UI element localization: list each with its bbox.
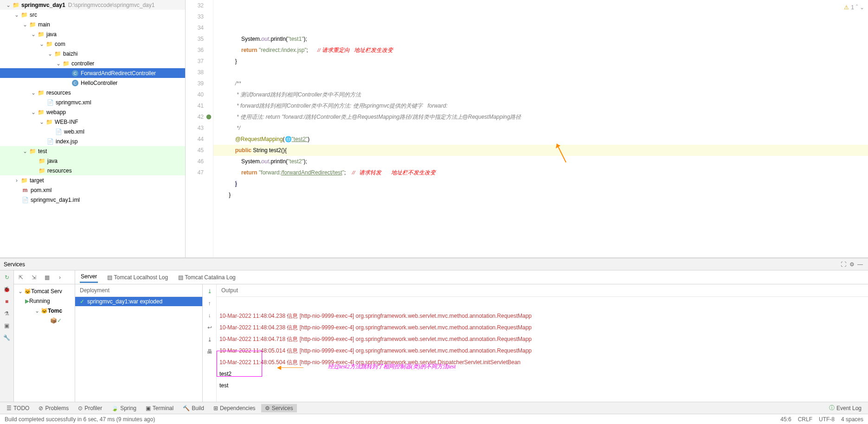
chevron-down-icon[interactable]: ⌄ [21,21,29,28]
svg-point-0 [206,115,212,120]
tree-label: java [46,31,57,38]
tool-spring[interactable]: 🍃 Spring [108,404,140,412]
tree-label: springmvc_day1.iml [31,197,80,203]
tree-springxml[interactable]: 📄 springmvc.xml [0,97,185,107]
project-tree[interactable]: ⌄ 📁 springmvc_day1 D:\springmvccode\spri… [0,0,186,257]
expand-all-icon[interactable]: ⇱ [17,273,25,282]
folder-icon: 📁 [12,1,19,9]
line-number: 46 [186,156,204,167]
chevron-down-icon[interactable]: ⌄ [46,51,54,57]
tree-webxml[interactable]: 📄 web.xml [0,127,185,136]
tree-webinf[interactable]: ⌄ 📁 WEB-INF [0,117,185,127]
tree-controller[interactable]: ⌄ 📁 controller [0,58,185,68]
chevron-down-icon[interactable]: ⌄ [5,2,12,8]
line-number: 36 [186,45,204,56]
tree-file-forward[interactable]: C ForwardAndRedirectController [0,68,185,78]
line-separator[interactable]: CRLF [798,416,812,423]
grid-icon[interactable]: ▦ [43,273,51,282]
filter-icon[interactable]: ⚗ [3,309,11,318]
stop-icon[interactable]: ■ [3,297,11,306]
tree-testres[interactable]: 📁 resources [0,166,185,175]
code-content[interactable]: ⚠ 1 ˆ ⌄ System.out.println("test1"); ret… [213,0,868,257]
tool-todo[interactable]: ☰ TODO [3,404,33,412]
check-icon: ✓ [80,298,84,305]
xml-icon: 📄 [46,99,54,106]
deployment-item[interactable]: ✓ springmvc_day1:war exploded [75,297,202,306]
tree-label: Running [29,298,50,304]
chevron-down-icon[interactable]: ⌄ [13,12,20,18]
chevron-down-icon[interactable]: ⌄ [38,41,45,47]
chevron-down-icon[interactable]: ⌄ [21,148,29,154]
chevron-down-icon[interactable]: ⌄ [30,90,37,96]
chevron-down-icon[interactable]: ⌄ [860,2,864,13]
hide-icon[interactable]: — [856,260,864,269]
folder-icon: 📁 [62,60,70,67]
line-number: 45 [186,145,204,156]
annotation-text: 经过test2方法跳转到了相同控制器(类)的不同方法test [328,361,456,372]
column-header: Output [217,284,868,297]
chevron-down-icon[interactable]: ⌄ [30,31,37,38]
line-number: 34 [186,22,204,33]
chevron-down-icon[interactable]: ⌄ [55,60,62,67]
tree-pom[interactable]: m pom.xml [0,185,185,195]
tree-com[interactable]: ⌄ 📁 com [0,39,185,49]
tree-resources[interactable]: ⌄ 📁 resources [0,88,185,97]
console-output[interactable]: 10-Mar-2022 11:48:04.238 信息 [http-nio-99… [217,297,868,402]
scroll-icon[interactable]: ⤓ [206,335,214,344]
tree-label: webapp [46,109,66,116]
inspection-badge[interactable]: ⚠ 1 ˆ ⌄ [844,2,864,13]
chevron-right-icon[interactable]: › [13,177,20,184]
gear-icon[interactable]: ⚙ [848,260,856,269]
tree-java[interactable]: ⌄ 📁 java [0,29,185,39]
print-icon[interactable]: 🖶 [206,347,214,356]
services-tree[interactable]: ⌄ 🐱 Tomcat Serv ▶ Running ⌄ 🐱 Tomc [14,284,75,402]
tree-main[interactable]: ⌄ 📁 main [0,19,185,29]
indent[interactable]: 4 spaces [841,416,863,423]
tree-src[interactable]: ⌄ 📁 src [0,10,185,19]
chevron-down-icon[interactable]: ⌄ [38,119,45,125]
deploy-icon[interactable]: ⤓ [206,287,214,296]
tool-services[interactable]: ⚙ Services [261,404,297,412]
chevron-down-icon[interactable]: ⌄ [30,109,37,116]
tool-build[interactable]: 🔨 Build [179,404,208,412]
tree-root[interactable]: ⌄ 📁 springmvc_day1 D:\springmvccode\spri… [0,0,185,10]
tree-indexjsp[interactable]: 📄 index.jsp [0,136,185,146]
debug-icon[interactable]: 🐞 [3,285,11,294]
svc-tomcat[interactable]: ⌄ 🐱 Tomcat Serv [14,286,75,296]
wrap-icon[interactable]: ↩ [206,323,214,332]
chevron-right-icon[interactable]: › [56,273,64,282]
tab-tomcat-catalina-log[interactable]: ▤ Tomcat Catalina Log [177,272,237,283]
tree-label: Tomc [48,308,62,314]
tab-tomcat-local-log[interactable]: ▤ Tomcat Localhost Log [106,272,169,283]
services-tabs: Server ▤ Tomcat Localhost Log ▤ Tomcat C… [75,270,237,284]
collapse-all-icon[interactable]: ⇲ [30,273,38,282]
expand-icon[interactable]: ⛶ [839,260,848,269]
tree-test[interactable]: ⌄ 📁 test [0,146,185,156]
svc-instance[interactable]: ⌄ 🐱 Tomc [14,306,75,315]
tab-server[interactable]: Server [80,271,98,283]
code-editor[interactable]: 32 33 34 35 36 37 38 39 40 41 42 43 44 4… [186,0,868,257]
tool-event-log[interactable]: ⓘ Event Log [825,403,865,413]
settings-icon[interactable]: 🔧 [3,334,11,342]
cursor-position[interactable]: 45:6 [780,416,791,423]
tree-file-hello[interactable]: C HelloController [0,78,185,88]
down-icon[interactable]: ↓ [206,311,214,320]
tree-testjava[interactable]: 📁 java [0,156,185,166]
chevron-down-icon[interactable]: ⌄ [17,288,24,295]
tool-dependencies[interactable]: ⊞ Dependencies [210,404,259,412]
tree-target[interactable]: › 📁 target [0,175,185,185]
svc-artifact[interactable]: 📦 ✓ [14,315,75,325]
up-icon[interactable]: ↑ [206,299,214,308]
tree-baizhi[interactable]: ⌄ 📁 baizhi [0,49,185,58]
rerun-icon[interactable]: ↻ [3,273,11,282]
tree-webapp[interactable]: ⌄ 📁 webapp [0,107,185,117]
chevron-down-icon[interactable]: ⌄ [33,308,41,314]
tool-problems[interactable]: ⊘ Problems [35,404,72,412]
tree-iml[interactable]: 📄 springmvc_day1.iml [0,195,185,205]
tool-profiler[interactable]: ⊙ Profiler [74,404,106,412]
chevron-up-icon[interactable]: ˆ [856,2,858,13]
encoding[interactable]: UTF-8 [819,416,835,423]
tool-terminal[interactable]: ▣ Terminal [142,404,177,412]
layout-icon[interactable]: ▣ [3,321,11,330]
svc-running[interactable]: ▶ Running [14,296,75,306]
